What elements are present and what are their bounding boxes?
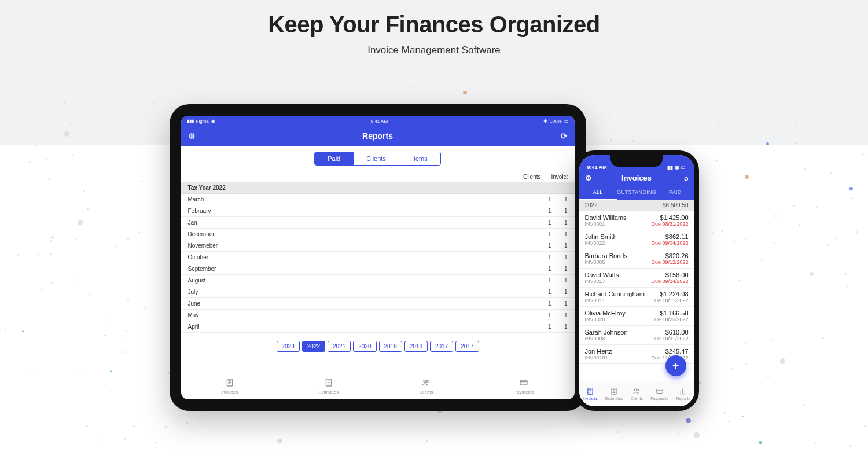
invoice-due: Due 09/24/2022 bbox=[651, 278, 688, 284]
invoice-row[interactable]: Sarah JohnsonINV0008$610.00Due 10/31/202… bbox=[579, 326, 694, 345]
sync-icon[interactable]: ⟳ bbox=[561, 131, 568, 141]
invoice-number: INV00191 bbox=[585, 355, 612, 361]
signal-icon: ▮▮▮ bbox=[187, 119, 194, 124]
invoice-row[interactable]: John SmithINV0022$862.11Due 09/04/2022 bbox=[579, 230, 694, 249]
row-invoices: 1 bbox=[551, 196, 568, 203]
invoice-client: David Watts bbox=[585, 271, 619, 278]
table-row[interactable]: October11 bbox=[181, 252, 575, 263]
invoice-client: Richard Cunningham bbox=[585, 291, 645, 297]
row-clients: 1 bbox=[528, 289, 551, 295]
invoice-client: John Smith bbox=[585, 233, 617, 240]
tab-label: Estimates bbox=[318, 389, 339, 395]
year-2019[interactable]: 2019 bbox=[379, 341, 402, 352]
invoice-client: Barbara Bonds bbox=[585, 252, 627, 259]
table-row[interactable]: February11 bbox=[181, 205, 575, 217]
invoice-row[interactable]: Barbara BondsINV0005$820.26Due 09/12/202… bbox=[579, 249, 694, 269]
year-2017[interactable]: 2017 bbox=[430, 341, 453, 352]
invoice-number: INV0001 bbox=[585, 221, 627, 227]
tab-label: Reports bbox=[676, 396, 690, 400]
invoice-row[interactable]: Richard CunninghamINV0011$1,224.08Due 10… bbox=[579, 288, 694, 307]
segment-clients[interactable]: Clients bbox=[354, 152, 399, 165]
ipad-header: ⚙ Reports ⟳ bbox=[181, 126, 575, 146]
tab-label: Payments bbox=[513, 389, 534, 395]
search-icon[interactable]: ⌕ bbox=[684, 174, 689, 182]
tab-invoices[interactable]: Invoices bbox=[221, 378, 238, 395]
tab-reports[interactable]: Reports bbox=[676, 387, 690, 400]
row-label: September bbox=[188, 266, 528, 272]
summary-total: $6,509.50 bbox=[663, 202, 689, 208]
invoice-number: INV0020 bbox=[585, 317, 626, 322]
row-label: Jan bbox=[188, 219, 528, 226]
table-row[interactable]: March11 bbox=[181, 194, 575, 205]
invoice-number: INV0022 bbox=[585, 240, 617, 246]
invoice-due: Due 09/04/2022 bbox=[651, 240, 688, 246]
invoice-row[interactable]: David WilliamsINV0001$1,425.00Due 08/21/… bbox=[579, 211, 694, 230]
notch bbox=[610, 155, 663, 167]
col-invoices: Invoices bbox=[551, 174, 568, 180]
segment-paid[interactable]: Paid bbox=[315, 152, 354, 165]
row-label: February bbox=[188, 208, 528, 214]
row-label: October bbox=[188, 254, 528, 260]
year-2022[interactable]: 2022 bbox=[302, 341, 325, 352]
status-time: 9:41 AM bbox=[371, 119, 388, 124]
tab-payments[interactable]: Payments bbox=[650, 387, 668, 400]
invoice-amount: $610.00 bbox=[665, 329, 689, 336]
invoice-number: INV0008 bbox=[585, 336, 628, 341]
row-clients: 1 bbox=[528, 254, 551, 260]
table-row[interactable]: Novemeber11 bbox=[181, 240, 575, 252]
clients-icon bbox=[632, 387, 641, 396]
row-label: April bbox=[188, 324, 528, 330]
tab-label: Invoices bbox=[583, 396, 598, 400]
row-clients: 1 bbox=[528, 300, 551, 307]
row-invoices: 1 bbox=[551, 208, 568, 214]
svg-point-3 bbox=[426, 380, 428, 382]
year-2023[interactable]: 2023 bbox=[277, 341, 300, 352]
filter-outstanding[interactable]: OUTSTANDING bbox=[617, 186, 656, 200]
table-row[interactable]: May11 bbox=[181, 310, 575, 321]
gear-icon[interactable]: ⚙ bbox=[585, 174, 592, 182]
status-icons: ▮▮ ◉ ▭ bbox=[667, 164, 686, 170]
invoice-row[interactable]: David WattsINV0017$156.00Due 09/24/2022 bbox=[579, 269, 694, 288]
tab-estimates[interactable]: Estimates bbox=[605, 387, 623, 400]
table-row[interactable]: April11 bbox=[181, 321, 575, 333]
invoice-row[interactable]: Olivia McElroyINV0020$1,166.58Due 10/25/… bbox=[579, 307, 694, 326]
table-header: Clients Invoices bbox=[181, 171, 575, 182]
year-2020[interactable]: 2020 bbox=[353, 341, 376, 352]
year-2018[interactable]: 2018 bbox=[404, 341, 428, 352]
filter-paid[interactable]: PAID bbox=[656, 186, 694, 200]
wifi-icon: ◉ bbox=[211, 119, 215, 124]
invoice-client: Sarah Johnson bbox=[585, 329, 628, 336]
payments-icon bbox=[656, 387, 664, 396]
iphone-tabbar: InvoicesEstimatesClientsPaymentsReports bbox=[579, 381, 694, 406]
tab-estimates[interactable]: Estimates bbox=[318, 378, 339, 395]
table-row[interactable]: June11 bbox=[181, 298, 575, 310]
row-label: March bbox=[188, 196, 528, 203]
iphone-device: 9:41 AM ▮▮ ◉ ▭ ⚙ Invoices ⌕ ALLOUTSTANDI… bbox=[575, 150, 699, 411]
add-invoice-fab[interactable]: + bbox=[665, 355, 686, 376]
row-invoices: 1 bbox=[551, 324, 568, 330]
table-row[interactable]: July11 bbox=[181, 286, 575, 298]
tab-clients[interactable]: Clients bbox=[631, 387, 643, 400]
invoice-number: INV0011 bbox=[585, 297, 645, 303]
row-invoices: 1 bbox=[551, 231, 568, 237]
table-row[interactable]: December11 bbox=[181, 229, 575, 240]
invoice-due: Due 08/21/2022 bbox=[651, 221, 688, 227]
gear-icon[interactable]: ⚙ bbox=[188, 131, 196, 141]
table-row[interactable]: Jan11 bbox=[181, 217, 575, 229]
iphone-header: ⚙ Invoices ⌕ bbox=[579, 171, 694, 186]
row-label: August bbox=[188, 277, 528, 284]
table-row[interactable]: August11 bbox=[181, 275, 575, 286]
hero-section: Keep Your Finances Organized Invoice Man… bbox=[0, 0, 868, 56]
segment-items[interactable]: Items bbox=[399, 152, 440, 165]
row-clients: 1 bbox=[528, 242, 551, 249]
tab-clients[interactable]: Clients bbox=[419, 378, 433, 395]
year-2021[interactable]: 2021 bbox=[328, 341, 351, 352]
invoice-amount: $820.26 bbox=[665, 252, 689, 259]
table-row[interactable]: September11 bbox=[181, 263, 575, 275]
filter-all[interactable]: ALL bbox=[579, 186, 617, 200]
invoice-client: Olivia McElroy bbox=[585, 310, 626, 317]
row-label: June bbox=[188, 300, 528, 307]
tab-payments[interactable]: Payments bbox=[513, 378, 534, 395]
tab-invoices[interactable]: Invoices bbox=[583, 387, 598, 400]
year-2017[interactable]: 2017 bbox=[455, 341, 479, 352]
